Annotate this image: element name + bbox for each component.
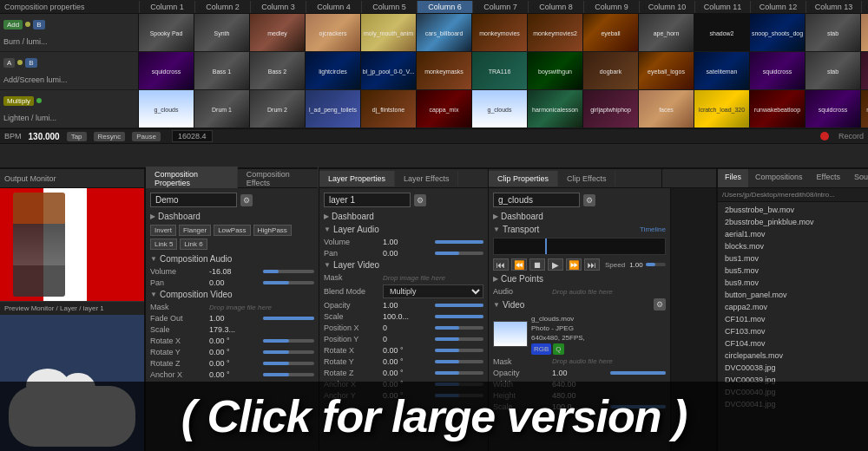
file-item[interactable]: aerial1.mov bbox=[718, 228, 868, 240]
clip-monkey2[interactable]: monkeymovies2 bbox=[528, 14, 583, 51]
clip-drum1[interactable]: Drum 1 bbox=[194, 90, 250, 127]
file-item[interactable]: CF101.mov bbox=[718, 313, 868, 325]
clip-djflintstone[interactable]: dj_flintstone bbox=[361, 90, 417, 127]
comp-props-tab[interactable]: Composition Properties bbox=[146, 167, 238, 191]
file-item[interactable]: bus1.mov bbox=[718, 252, 868, 265]
clip-tra116[interactable]: TRA116 bbox=[472, 52, 528, 89]
clip-cars[interactable]: cars_billboard bbox=[417, 14, 472, 51]
file-item[interactable]: CF103.mov bbox=[718, 325, 868, 337]
clip-faces[interactable]: faces bbox=[639, 90, 694, 127]
clip-spooky[interactable]: Spooky Pad bbox=[139, 14, 194, 51]
file-item[interactable]: bus5.mov bbox=[718, 265, 868, 277]
layer-opacity-slider[interactable] bbox=[435, 304, 484, 307]
clip-name-input[interactable] bbox=[493, 193, 580, 207]
file-item[interactable]: cappa2.mov bbox=[718, 301, 868, 313]
layer-props-tab[interactable]: Layer Properties bbox=[319, 171, 395, 186]
clip-gear-btn[interactable]: ⚙ bbox=[583, 194, 595, 206]
clip-opacity-slider[interactable] bbox=[610, 371, 666, 375]
layer-posy-slider[interactable] bbox=[435, 337, 484, 341]
layer-blend-dropdown[interactable]: Multiply bbox=[383, 284, 483, 298]
clip-eyeballlogos[interactable]: eyeball_logos bbox=[639, 52, 694, 89]
clip-harmonica[interactable]: harmonicalesson bbox=[528, 90, 583, 127]
layer-pan-slider[interactable] bbox=[435, 252, 484, 255]
multiply-btn-row1[interactable]: Multiply bbox=[3, 96, 34, 106]
link5-btn[interactable]: Link 5 bbox=[150, 239, 177, 250]
b-btn-row2[interactable]: B bbox=[25, 58, 36, 68]
clip-synth[interactable]: Synth bbox=[194, 14, 250, 51]
add-btn-row3[interactable]: Add bbox=[3, 20, 23, 29]
file-item[interactable]: circlepanels.mov bbox=[718, 350, 868, 362]
clip-dogbark[interactable]: dogbark bbox=[583, 52, 639, 89]
layer-rotatey-slider[interactable] bbox=[435, 360, 484, 363]
file-item[interactable]: CF104.mov bbox=[718, 337, 868, 350]
effects-tab[interactable]: Effects bbox=[810, 169, 847, 187]
clip-monkeymasks[interactable]: monkeymasks bbox=[417, 52, 472, 89]
comp-rotatez-slider[interactable] bbox=[263, 362, 314, 365]
timeline-btn[interactable]: Timeline bbox=[640, 226, 666, 233]
layer-name-input[interactable] bbox=[324, 193, 411, 207]
clip-boyswithgun[interactable]: boyswithgun bbox=[528, 52, 583, 89]
clip-runwake[interactable]: runwakebeatloop bbox=[750, 90, 806, 127]
clip-medley[interactable]: medley bbox=[250, 14, 306, 51]
layer-effects-tab[interactable]: Layer Effects bbox=[395, 171, 458, 186]
clip-shadow2[interactable]: shadow2 bbox=[694, 14, 750, 51]
speed-slider[interactable] bbox=[646, 263, 666, 266]
clip-ojcrackers2[interactable]: ojcrackers bbox=[861, 14, 868, 51]
clip-effects-tab[interactable]: Clip Effects bbox=[558, 171, 615, 186]
clip-eyeball[interactable]: eyeball bbox=[583, 14, 639, 51]
layer-posx-slider[interactable] bbox=[435, 326, 484, 330]
clip-squidcross2[interactable]: squidcross bbox=[750, 52, 806, 89]
layer-rotatex-slider[interactable] bbox=[435, 349, 484, 352]
resync-button[interactable]: Resync bbox=[94, 132, 126, 141]
layer-gear-btn[interactable]: ⚙ bbox=[414, 194, 426, 206]
clip-lcratch[interactable]: lcratch_load_320 bbox=[694, 90, 750, 127]
clip-sateliteman[interactable]: sateliteman bbox=[694, 52, 750, 89]
clip-stab2[interactable]: stab bbox=[806, 52, 861, 89]
clip-stab1[interactable]: stab bbox=[806, 14, 861, 51]
clip-squidcross3[interactable]: squidcross bbox=[806, 90, 861, 127]
clip-gclouds2[interactable]: g_clouds bbox=[472, 90, 528, 127]
clip-ladpeng[interactable]: l_ad_peng_toilets bbox=[306, 90, 361, 127]
file-item[interactable]: 2busstrobe_pinkblue.mov bbox=[718, 216, 868, 228]
file-item[interactable]: blocks.mov bbox=[718, 240, 868, 252]
file-item[interactable]: bus9.mov bbox=[718, 277, 868, 289]
clip-girljap[interactable]: girljaptwhiphop bbox=[583, 90, 639, 127]
layer-scale-slider[interactable] bbox=[435, 315, 484, 318]
comp-effects-tab[interactable]: Composition Effects bbox=[238, 167, 319, 191]
comp-volume-slider[interactable] bbox=[263, 270, 314, 273]
clip-cappamix[interactable]: cappa_mix bbox=[417, 90, 472, 127]
sources-tab[interactable]: Sources bbox=[847, 169, 868, 187]
comp-fade-slider[interactable] bbox=[263, 317, 314, 320]
transport-play-btn[interactable]: ▶ bbox=[548, 258, 563, 271]
clip-apehorn[interactable]: ape_horn bbox=[639, 14, 694, 51]
clip-squidcross1[interactable]: squidcross bbox=[139, 52, 194, 89]
layer-volume-slider[interactable] bbox=[435, 240, 484, 244]
pause-button[interactable]: Pause bbox=[132, 132, 161, 141]
clip-monkey1[interactable]: monkeymovies bbox=[472, 14, 528, 51]
b-btn-row3[interactable]: B bbox=[33, 20, 44, 29]
lowpass-btn[interactable]: LowPass bbox=[214, 225, 250, 236]
clip-ojcrackers1[interactable]: ojcrackers bbox=[306, 14, 361, 51]
transport-rew-btn[interactable]: ⏪ bbox=[511, 258, 527, 271]
clip-bass2[interactable]: Bass 2 bbox=[250, 52, 306, 89]
invert-btn[interactable]: Invert bbox=[150, 225, 176, 236]
file-item[interactable]: 2busstrobe_bw.mov bbox=[718, 204, 868, 216]
comp-pan-slider[interactable] bbox=[263, 281, 314, 284]
flanger-btn[interactable]: Flanger bbox=[179, 225, 211, 236]
transport-stop-btn[interactable]: ⏹ bbox=[529, 258, 545, 271]
clip-pinkthings[interactable]: pinkthings bbox=[861, 52, 868, 89]
a-btn-row2[interactable]: A bbox=[3, 58, 15, 68]
clip-drum2[interactable]: Drum 2 bbox=[250, 90, 306, 127]
clip-monkey3[interactable]: monkeymovies2 bbox=[861, 90, 868, 127]
clip-moly[interactable]: moly_mouth_anim bbox=[361, 14, 417, 51]
files-tab[interactable]: Files bbox=[718, 169, 748, 187]
transport-prev-btn[interactable]: ⏮ bbox=[493, 258, 509, 271]
clip-video-gear[interactable]: ⚙ bbox=[654, 298, 666, 310]
comp-rotatey-slider[interactable] bbox=[263, 350, 314, 354]
compositions-tab[interactable]: Compositions bbox=[748, 169, 810, 187]
file-item[interactable]: button_panel.mov bbox=[718, 289, 868, 301]
clip-gclouds1[interactable]: g_clouds bbox=[139, 90, 194, 127]
comp-name-input[interactable] bbox=[150, 193, 237, 207]
file-item[interactable]: DVC00038.jpg bbox=[718, 362, 868, 374]
transport-ff-btn[interactable]: ⏩ bbox=[566, 258, 582, 271]
